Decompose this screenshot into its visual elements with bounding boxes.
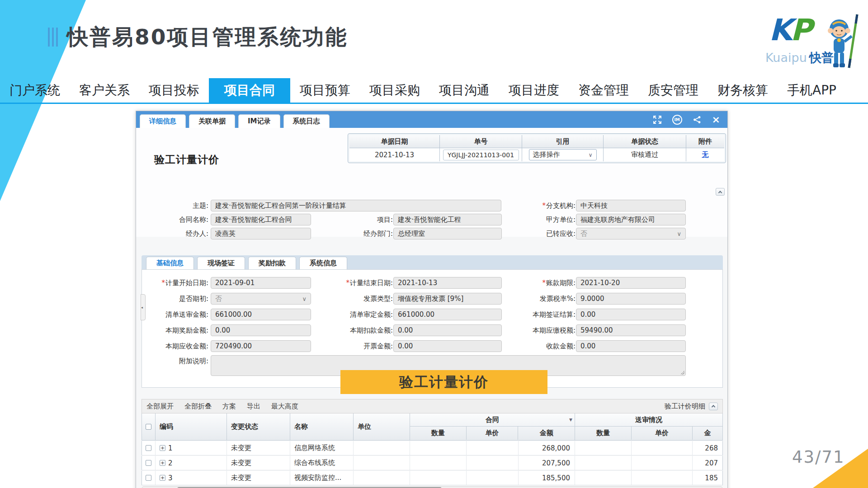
measure-start-field[interactable]: 2021-09-01 bbox=[211, 277, 311, 289]
tab-related-documents[interactable]: 关联单据 bbox=[189, 114, 235, 128]
subtab-reward-deduction[interactable]: 奖励扣款 bbox=[248, 257, 296, 269]
reward-amount-label: 本期奖励金额: bbox=[143, 324, 208, 336]
party-a-label: 甲方单位: bbox=[508, 214, 576, 225]
deduction-amount-field[interactable]: 0.00 bbox=[393, 324, 502, 336]
tab-im-records[interactable]: IM记录 bbox=[238, 114, 280, 128]
table-row[interactable]: +3 未变更 视频安防监控... 185,500 185 bbox=[142, 471, 723, 485]
filter-dropdown-icon[interactable]: ▼ bbox=[569, 418, 572, 422]
branch-field[interactable]: 中天科技 bbox=[576, 200, 686, 211]
nav-item-finance[interactable]: 财务核算 bbox=[708, 78, 778, 103]
invoiced-amount-field[interactable]: 0.00 bbox=[393, 340, 502, 352]
handler-dept-field[interactable]: 总经理室 bbox=[393, 228, 502, 239]
row-checkbox[interactable] bbox=[146, 460, 151, 466]
nav-item-bidding[interactable]: 项目投标 bbox=[139, 78, 209, 103]
nav-item-quality[interactable]: 质安管理 bbox=[638, 78, 708, 103]
project-field[interactable]: 建发·吾悦智能化工程 bbox=[393, 214, 502, 225]
table-row[interactable]: +1 未变更 信息网络系统 268,000 268 bbox=[142, 441, 723, 455]
nav-item-procurement[interactable]: 项目采购 bbox=[360, 78, 429, 103]
row-checkbox[interactable] bbox=[146, 475, 151, 481]
export-button[interactable]: 导出 bbox=[247, 402, 260, 411]
reference-select[interactable]: 选择操作∨ bbox=[529, 149, 597, 160]
kuaipu-logo: KP Kuaipu 快普® bbox=[765, 13, 863, 76]
nav-item-progress[interactable]: 项目进度 bbox=[499, 78, 569, 103]
received-amount-label: 收款金额: bbox=[508, 340, 576, 352]
measure-end-field[interactable]: 2021-10-13 bbox=[393, 277, 502, 289]
subject-field[interactable]: 建发·吾悦智能化工程合同第一阶段计量结算 bbox=[211, 200, 501, 211]
subtab-basic-info[interactable]: 基础信息 bbox=[146, 257, 194, 269]
row-contract-qty bbox=[410, 456, 467, 470]
transferred-select[interactable]: 否∨ bbox=[576, 228, 686, 239]
initial-period-select[interactable]: 否∨ bbox=[211, 293, 311, 305]
select-all-checkbox[interactable] bbox=[146, 424, 151, 430]
nav-item-funds[interactable]: 资金管理 bbox=[569, 78, 638, 103]
collapse-all-button[interactable]: 全部折叠 bbox=[184, 402, 212, 411]
col-contract-price[interactable]: 单价 bbox=[467, 427, 519, 440]
reward-amount-field[interactable]: 0.00 bbox=[211, 324, 311, 336]
tab-system-log[interactable]: 系统日志 bbox=[283, 114, 330, 128]
attachment-link[interactable]: 无 bbox=[702, 150, 709, 159]
row-submission-price bbox=[632, 456, 693, 470]
list-approved-label: 清单审定金额: bbox=[325, 309, 393, 320]
fullscreen-icon[interactable] bbox=[653, 116, 661, 124]
received-amount-field[interactable]: 0.00 bbox=[576, 340, 686, 352]
nav-item-contract[interactable]: 项目合同 bbox=[209, 78, 290, 103]
row-unit bbox=[354, 471, 410, 485]
row-name: 综合布线系统 bbox=[290, 456, 354, 470]
page-number: 43/71 bbox=[792, 447, 845, 467]
handler-label: 经办人: bbox=[143, 228, 208, 239]
collapse-header-button[interactable] bbox=[716, 188, 725, 196]
doc-number-input[interactable]: YGJLJJ-20211013-001 bbox=[443, 150, 519, 160]
col-unit[interactable]: 单位 bbox=[354, 413, 410, 440]
row-contract-amount: 268,000 bbox=[519, 441, 575, 455]
col-doc-number: 单号 bbox=[440, 135, 522, 148]
expand-row-icon[interactable]: + bbox=[160, 475, 165, 481]
nav-item-crm[interactable]: 客户关系 bbox=[70, 78, 139, 103]
group-contract[interactable]: 合同▼ bbox=[410, 413, 575, 427]
branch-label: *分支机构: bbox=[508, 200, 576, 211]
invoiced-amount-label: 开票金额: bbox=[325, 340, 393, 352]
tax-rate-field[interactable]: 9.0000 bbox=[576, 293, 686, 305]
row-submission-qty bbox=[575, 441, 632, 455]
expand-all-button[interactable]: 全部展开 bbox=[146, 402, 174, 411]
tax-payable-field[interactable]: 59490.00 bbox=[576, 324, 686, 336]
tab-detail-info[interactable]: 详细信息 bbox=[140, 114, 186, 128]
contract-name-field[interactable]: 建发·吾悦智能化工程合同 bbox=[211, 214, 311, 225]
party-a-field[interactable]: 福建兆联房地产有限公司 bbox=[576, 214, 686, 225]
col-submission-qty[interactable]: 数量 bbox=[575, 427, 632, 440]
visa-settlement-field[interactable]: 0.00 bbox=[576, 309, 686, 320]
subtab-system-info[interactable]: 系统信息 bbox=[299, 257, 347, 269]
col-code[interactable]: 编码 bbox=[156, 413, 227, 440]
table-row[interactable]: +2 未变更 综合布线系统 207,500 207 bbox=[142, 456, 723, 470]
nav-item-communication[interactable]: 项目沟通 bbox=[429, 78, 499, 103]
expand-row-icon[interactable]: + bbox=[160, 445, 165, 451]
invoice-type-field[interactable]: 增值税专用发票 [9%] bbox=[393, 293, 502, 305]
row-name: 视频安防监控... bbox=[290, 471, 354, 485]
subtab-site-visa[interactable]: 现场签证 bbox=[197, 257, 245, 269]
payment-term-field[interactable]: 2021-10-20 bbox=[576, 277, 686, 289]
col-submission-price[interactable]: 单价 bbox=[632, 427, 693, 440]
row-contract-price bbox=[467, 456, 519, 470]
receivable-amount-field[interactable]: 720490.00 bbox=[211, 340, 311, 352]
col-submission-amount[interactable]: 金 bbox=[693, 427, 722, 440]
nav-item-budget[interactable]: 项目预算 bbox=[290, 78, 360, 103]
share-icon[interactable] bbox=[693, 116, 701, 124]
handler-field[interactable]: 凌燕英 bbox=[211, 228, 311, 239]
nav-item-mobile-app[interactable]: 手机APP bbox=[778, 78, 846, 103]
col-change-status[interactable]: 变更状态 bbox=[227, 413, 290, 440]
row-submission-amount: 185 bbox=[693, 471, 722, 485]
nav-item-portal[interactable]: 门户系统 bbox=[0, 78, 70, 103]
collapse-grid-button[interactable] bbox=[709, 403, 718, 410]
caption-banner: 验工计量计价 bbox=[340, 370, 547, 394]
list-approved-field[interactable]: 661000.00 bbox=[393, 309, 502, 320]
list-submitted-field[interactable]: 661000.00 bbox=[211, 309, 311, 320]
close-icon[interactable]: × bbox=[712, 115, 720, 125]
im-icon[interactable]: IM bbox=[672, 115, 682, 125]
expand-row-icon[interactable]: + bbox=[160, 460, 165, 466]
col-contract-amount[interactable]: 金额 bbox=[518, 427, 575, 440]
col-name[interactable]: 名称 bbox=[290, 413, 354, 440]
group-submission[interactable]: 送审情况 bbox=[575, 413, 722, 427]
row-checkbox[interactable] bbox=[146, 445, 151, 451]
max-height-button[interactable]: 最大高度 bbox=[271, 402, 298, 411]
scheme-button[interactable]: 方案 bbox=[222, 402, 236, 411]
col-contract-qty[interactable]: 数量 bbox=[410, 427, 467, 440]
